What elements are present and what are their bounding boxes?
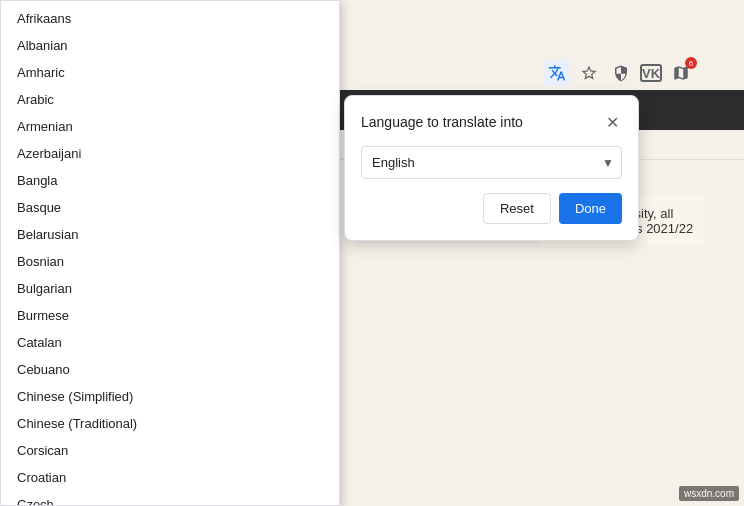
language-list-item[interactable]: Basque (1, 194, 339, 221)
extension1-icon-button[interactable]: VK (640, 64, 662, 82)
language-list-item[interactable]: Czech (1, 491, 339, 506)
dialog-title: Language to translate into (361, 114, 523, 130)
language-list-item[interactable]: Bangla (1, 167, 339, 194)
dialog-close-button[interactable]: ✕ (602, 112, 622, 132)
language-list-item[interactable]: Chinese (Simplified) (1, 383, 339, 410)
language-list-item[interactable]: Azerbaijani (1, 140, 339, 167)
language-list-item[interactable]: Bosnian (1, 248, 339, 275)
translate-icon-button[interactable] (544, 60, 570, 86)
star-icon-button[interactable] (576, 60, 602, 86)
done-button[interactable]: Done (559, 193, 622, 224)
language-select-wrapper: AfrikaansAlbanianAmharicArabicArmenianAz… (361, 146, 622, 179)
language-list-item[interactable]: Burmese (1, 302, 339, 329)
dialog-header: Language to translate into ✕ (361, 112, 622, 132)
language-list-item[interactable]: Chinese (Traditional) (1, 410, 339, 437)
browser-icons-bar: VK 6 (544, 60, 694, 86)
watermark: wsxdn.com (679, 486, 739, 501)
language-list-item[interactable]: Cebuano (1, 356, 339, 383)
language-list-item[interactable]: Catalan (1, 329, 339, 356)
language-list-item[interactable]: Afrikaans (1, 5, 339, 32)
language-dropdown-panel[interactable]: AfrikaansAlbanianAmharicArabicArmenianAz… (0, 0, 340, 506)
language-list-item[interactable]: Belarusian (1, 221, 339, 248)
extension-badge: 6 (685, 57, 697, 69)
language-list-item[interactable]: Amharic (1, 59, 339, 86)
language-list-item[interactable]: Corsican (1, 437, 339, 464)
language-select[interactable]: AfrikaansAlbanianAmharicArabicArmenianAz… (361, 146, 622, 179)
translate-dialog: Language to translate into ✕ AfrikaansAl… (344, 95, 639, 241)
language-list-item[interactable]: Arabic (1, 86, 339, 113)
extension2-icon-button[interactable]: 6 (668, 60, 694, 86)
language-list-item[interactable]: Armenian (1, 113, 339, 140)
language-list-item[interactable]: Albanian (1, 32, 339, 59)
language-list[interactable]: AfrikaansAlbanianAmharicArabicArmenianAz… (1, 1, 339, 506)
dialog-actions: Reset Done (361, 193, 622, 224)
reset-button[interactable]: Reset (483, 193, 551, 224)
shield-icon-button[interactable] (608, 60, 634, 86)
language-list-item[interactable]: Bulgarian (1, 275, 339, 302)
language-list-item[interactable]: Croatian (1, 464, 339, 491)
